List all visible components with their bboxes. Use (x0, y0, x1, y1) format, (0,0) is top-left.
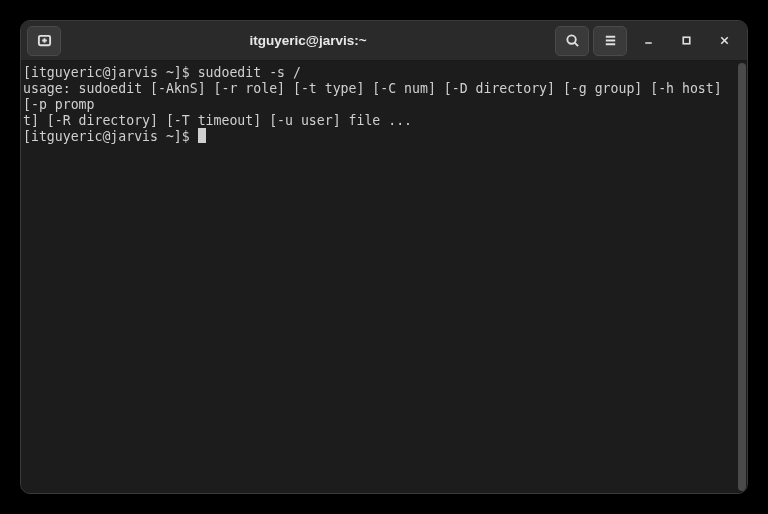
search-button[interactable] (555, 26, 589, 56)
hamburger-icon (603, 33, 618, 48)
cursor (198, 128, 206, 143)
menu-button[interactable] (593, 26, 627, 56)
svg-point-3 (567, 35, 575, 43)
new-tab-button[interactable] (27, 26, 61, 56)
scrollbar[interactable] (737, 61, 747, 493)
scrollbar-thumb[interactable] (738, 63, 746, 491)
titlebar: itguyeric@jarvis:~ (21, 21, 747, 61)
output-line-2: t] [-R directory] [-T timeout] [-u user]… (23, 113, 412, 128)
window-title: itguyeric@jarvis:~ (61, 33, 555, 48)
minimize-icon (642, 34, 655, 47)
close-icon (718, 34, 731, 47)
new-tab-icon (37, 33, 52, 48)
close-button[interactable] (707, 26, 741, 56)
maximize-button[interactable] (669, 26, 703, 56)
prompt-1: [itguyeric@jarvis ~]$ (23, 65, 198, 80)
output-line-1: usage: sudoedit [-AknS] [-r role] [-t ty… (23, 81, 730, 112)
svg-rect-9 (683, 37, 690, 44)
maximize-icon (680, 34, 693, 47)
minimize-button[interactable] (631, 26, 665, 56)
terminal-window: itguyeric@jarvis:~ (20, 20, 748, 494)
terminal-body[interactable]: [itguyeric@jarvis ~]$ sudoedit -s / usag… (21, 61, 737, 493)
search-icon (565, 33, 580, 48)
terminal-body-wrap: [itguyeric@jarvis ~]$ sudoedit -s / usag… (21, 61, 747, 493)
prompt-2: [itguyeric@jarvis ~]$ (23, 129, 198, 144)
command-1: sudoedit -s / (198, 65, 301, 80)
svg-line-4 (574, 43, 577, 46)
